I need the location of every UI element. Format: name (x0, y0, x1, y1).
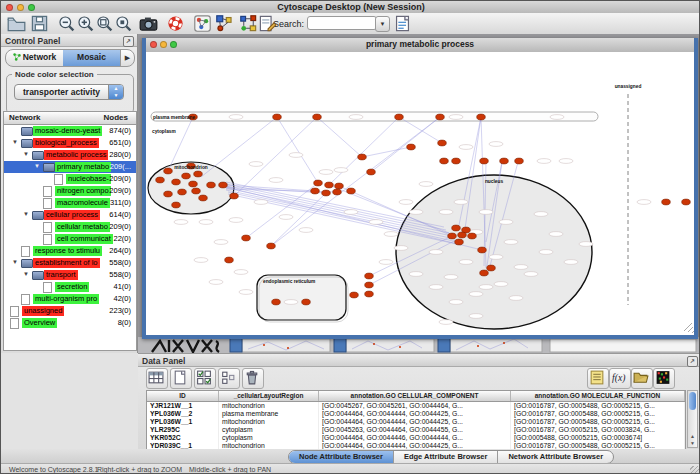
disclosure-triangle-icon[interactable]: ▼ (34, 163, 40, 169)
data-panel: Data Panel ↗ f(x) ID_cellularLayoutRegio… (138, 353, 700, 449)
tree-label: metabolic process (44, 150, 108, 160)
help-lifesaver-icon[interactable] (166, 14, 185, 33)
tab-mosaic[interactable]: Mosaic (63, 50, 120, 66)
disclosure-triangle-icon[interactable]: ▼ (23, 151, 29, 157)
zoom-out-icon[interactable] (57, 14, 76, 33)
tab-network[interactable]: Network (6, 50, 63, 66)
network-canvas[interactable]: plasma membranecytoplasmmitochondrionnuc… (146, 52, 694, 335)
tree-row-multi-organism-pro[interactable]: multi-organism pro42(0) (4, 293, 136, 305)
network-view-window[interactable]: primary metabolic process plasma membran… (142, 38, 698, 339)
tab-edge-attribute-browser[interactable]: Edge Attribute Browser (394, 451, 498, 463)
tree-row-secretion[interactable]: secretion41(0) (4, 281, 136, 293)
table-row[interactable]: YLR295Ccytoplasm[GO:0045263, GO:0044464,… (147, 426, 685, 434)
table-cell: [GO:0005488, GO:0005215, GO:0003674] (511, 434, 685, 442)
network-node (436, 114, 445, 120)
table-cell: [GO:0044464, GO:0044444, GO:0044425, G..… (319, 410, 511, 418)
vizmapper-icon[interactable] (193, 14, 212, 33)
tree-row-mosaic-demo-yeast[interactable]: mosaic-demo-yeast874(0) (4, 125, 136, 137)
network-node (500, 158, 509, 164)
table-scrollbar[interactable]: ▲▼ (687, 390, 698, 448)
tree-row-macromolecule[interactable]: macromolecule311(0) (4, 197, 136, 209)
annotation-icon[interactable] (258, 14, 277, 33)
snapshot-camera-icon[interactable] (139, 14, 158, 33)
delete-attribute-icon[interactable] (242, 368, 264, 389)
tree-row-cellular-process[interactable]: ▼cellular process614(0) (4, 209, 136, 221)
network-graph[interactable]: plasma membranecytoplasmmitochondrionnuc… (146, 52, 694, 335)
table-row[interactable]: YJR121W__1mitochondrion[GO:0045267, GO:0… (147, 402, 685, 410)
tree-count: 42(0) (113, 294, 131, 303)
tree-row-cell-communicat[interactable]: cell communicat22(0) (4, 233, 136, 245)
network-node (230, 193, 239, 199)
table-row[interactable]: YPL036W__2plasma membrane[GO:0044464, GO… (147, 410, 685, 418)
network-view-title: primary metabolic process (146, 39, 694, 49)
network-node (682, 199, 691, 205)
tree-row-primary-metabo[interactable]: ▼primary metabo209(... (4, 161, 136, 173)
network-node (207, 182, 216, 188)
column-header[interactable]: _cellularLayoutRegion (219, 391, 319, 401)
layout-icon-2[interactable] (239, 14, 258, 33)
tree-count: 8(0) (118, 318, 131, 327)
column-header[interactable]: ID (147, 391, 219, 401)
tree-row-transport[interactable]: ▼transport558(0) (4, 269, 136, 281)
scrollbar-arrows[interactable]: ▲▼ (688, 433, 697, 447)
layout-icon-1[interactable] (215, 14, 234, 33)
notes-icon[interactable] (587, 368, 609, 389)
tab-overflow-arrow[interactable]: ▶ (120, 50, 134, 66)
unselect-attributes-icon[interactable] (218, 368, 240, 389)
table-cell: cytoplasm (219, 426, 319, 434)
disclosure-triangle-icon[interactable]: ▼ (23, 211, 29, 217)
attribute-table-icon[interactable] (146, 368, 168, 389)
network-node (515, 158, 524, 164)
tab-network-attribute-browser[interactable]: Network Attribute Browser (498, 451, 613, 463)
new-attribute-icon[interactable] (170, 368, 192, 389)
tree-row-response-to-stimulu[interactable]: response to stimulu264(0) (4, 245, 136, 257)
tree-count: 209(0) (109, 186, 131, 195)
tree-count: 41(0) (113, 282, 131, 291)
tree-row-establishment-of-lo[interactable]: ▼establishment of lo558(0) (4, 257, 136, 269)
tree-row-overview[interactable]: Overview8(0) (4, 317, 136, 329)
tree-row-nucleobase-[interactable]: nucleobase-209(0) (4, 173, 136, 185)
tree-count: 614(0) (109, 210, 131, 219)
tree-row-unassigned[interactable]: unassigned223(0) (4, 305, 136, 317)
attribute-table-body: YJR121W__1mitochondrion[GO:0045267, GO:0… (147, 402, 685, 450)
function-builder-icon[interactable]: f(x) (609, 368, 631, 389)
tree-label: macromolecule (55, 198, 110, 208)
leaf-icon (43, 282, 52, 293)
table-row[interactable]: YPL036W__1mitochondrion[GO:0044464, GO:0… (147, 418, 685, 426)
select-attributes-icon[interactable] (194, 368, 216, 389)
zoom-fit-icon[interactable] (95, 14, 114, 33)
tree-label: Overview (22, 318, 57, 328)
tree-label: unassigned (22, 306, 64, 316)
float-data-panel-icon[interactable]: ↗ (687, 356, 698, 367)
table-cell: [GO:0045263, GO:0044464, GO:0044455, G..… (319, 426, 511, 434)
tree-row-biological-process[interactable]: ▼biological_process651(0) (4, 137, 136, 149)
tree-row-cellular-metabo[interactable]: cellular metabo209(0) (4, 221, 136, 233)
open-network-icon[interactable] (7, 14, 26, 33)
resize-grip[interactable] (690, 466, 700, 474)
table-row[interactable]: YKR052Ccytoplasm[GO:0044464, GO:0044446,… (147, 434, 685, 442)
save-session-icon[interactable] (30, 14, 49, 33)
tree-label: nitrogen compo (55, 186, 111, 196)
float-panel-icon[interactable]: ↗ (123, 36, 134, 47)
network-node (367, 169, 376, 175)
tab-node-attribute-browser[interactable]: Node Attribute Browser (289, 451, 394, 463)
leaf-icon (43, 222, 52, 233)
search-input[interactable] (307, 16, 377, 30)
zoom-selected-icon[interactable] (114, 14, 133, 33)
scrollbar-thumb[interactable] (689, 392, 696, 410)
column-header[interactable]: annotation.GO MOLECULAR_FUNCTION (511, 391, 685, 401)
disclosure-triangle-icon[interactable]: ▼ (12, 139, 18, 145)
data-panel-toolbar: f(x) (138, 367, 700, 389)
disclosure-triangle-icon[interactable]: ▼ (23, 271, 29, 277)
column-header[interactable]: annotation.GO CELLULAR_COMPONENT (319, 391, 511, 401)
matrix-icon[interactable] (653, 368, 675, 389)
import-attributes-icon[interactable] (631, 368, 653, 389)
search-dropdown-button[interactable]: ▼ (375, 16, 390, 32)
attribute-doc-icon[interactable] (393, 14, 412, 33)
zoom-in-icon[interactable] (76, 14, 95, 33)
tree-label: cellular metabo (55, 222, 110, 232)
disclosure-triangle-icon[interactable]: ▼ (12, 259, 18, 265)
node-color-dropdown[interactable]: transporter activity ▲▼ (14, 84, 124, 100)
tree-row-nitrogen-compo[interactable]: nitrogen compo209(0) (4, 185, 136, 197)
tree-row-metabolic-process[interactable]: ▼metabolic process280(0) (4, 149, 136, 161)
